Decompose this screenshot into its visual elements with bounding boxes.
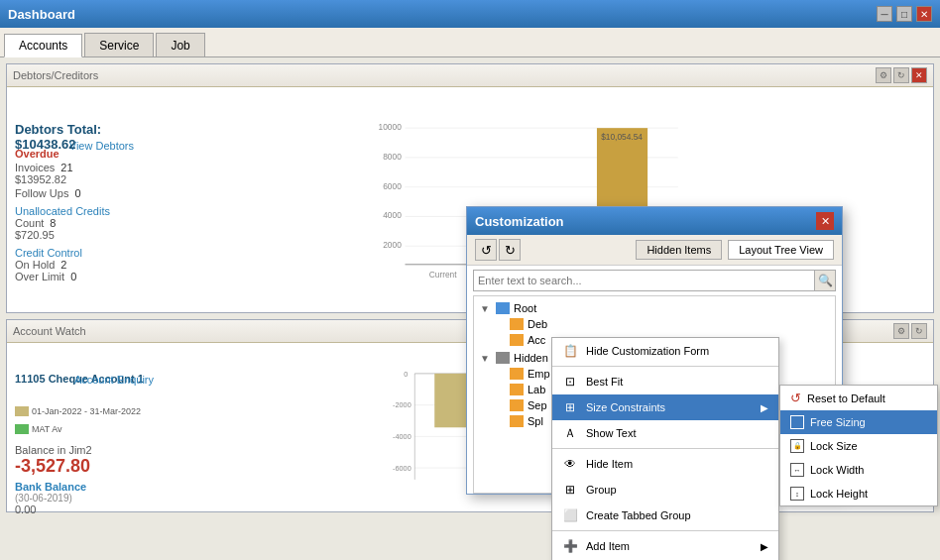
svg-text:-4000: -4000 bbox=[393, 432, 411, 441]
account-enquiry-link[interactable]: Account Enquiry bbox=[74, 374, 154, 386]
debtors-panel-title: Debtors/Creditors bbox=[13, 69, 98, 81]
svg-text:8000: 8000 bbox=[383, 152, 402, 162]
over-limit-label: Over Limit bbox=[15, 271, 64, 282]
tree-label-hidden: Hidden bbox=[514, 352, 548, 364]
tree-item-root[interactable]: ▼ Root bbox=[474, 300, 835, 316]
unallocated-label[interactable]: Unallocated Credits bbox=[15, 205, 134, 217]
submenu-free-sizing[interactable]: Free Sizing bbox=[780, 410, 937, 434]
bank-balance-date: (30-06-2019) bbox=[15, 493, 154, 504]
reset-icon: ↺ bbox=[790, 391, 801, 405]
submenu-lock-size-label: Lock Size bbox=[810, 440, 858, 452]
lock-size-icon: 🔒 bbox=[790, 439, 804, 453]
menu-group-label: Group bbox=[586, 484, 617, 496]
submenu-free-sizing-label: Free Sizing bbox=[810, 416, 866, 428]
account-refresh-icon[interactable]: ↻ bbox=[911, 323, 927, 339]
tree-label-spl: Spl bbox=[528, 415, 543, 427]
svg-text:-2000: -2000 bbox=[393, 400, 411, 409]
tree-label-sep: Sep bbox=[528, 399, 547, 411]
add-item-arrow: ▶ bbox=[761, 541, 768, 552]
legend-mat: MAT Av bbox=[32, 424, 62, 434]
dialog-close-btn[interactable]: ✕ bbox=[816, 212, 834, 230]
svg-text:4000: 4000 bbox=[383, 210, 402, 220]
menu-hide-customization[interactable]: 📋 Hide Customization Form bbox=[552, 338, 778, 364]
tree-item-deb[interactable]: Deb bbox=[488, 316, 835, 332]
redo-btn[interactable]: ↻ bbox=[499, 239, 521, 261]
debtors-refresh-icon[interactable]: ↻ bbox=[893, 67, 909, 83]
tree-label-lab: Lab bbox=[528, 384, 545, 395]
debtors-close-icon[interactable]: ✕ bbox=[911, 67, 927, 83]
account-settings-icon[interactable]: ⚙ bbox=[893, 323, 909, 339]
bank-balance-value: 0.00 bbox=[15, 504, 154, 515]
svg-text:0: 0 bbox=[404, 370, 408, 379]
customization-dialog: Customization ✕ ↺ ↻ Hidden Items Layout … bbox=[466, 206, 843, 495]
submenu-lock-width-label: Lock Width bbox=[810, 464, 864, 476]
count-amount: $720.95 bbox=[15, 229, 134, 241]
close-btn[interactable]: ✕ bbox=[916, 6, 932, 22]
size-icon: ⊞ bbox=[562, 399, 578, 415]
submenu-reset[interactable]: ↺ Reset to Default bbox=[780, 386, 937, 410]
submenu-lock-height[interactable]: ↕ Lock Height bbox=[780, 482, 937, 505]
tree-icon-root bbox=[496, 302, 510, 314]
submenu-reset-label: Reset to Default bbox=[807, 392, 885, 404]
menu-best-fit-label: Best Fit bbox=[586, 376, 623, 388]
legend-date-range: 01-Jan-2022 - 31-Mar-2022 bbox=[32, 406, 141, 416]
svg-text:2000: 2000 bbox=[383, 240, 402, 250]
tree-expand-root: ▼ bbox=[480, 303, 492, 314]
menu-create-tabbed-group-label: Create Tabbed Group bbox=[586, 509, 691, 521]
menu-create-tabbed-group[interactable]: ⬜ Create Tabbed Group bbox=[552, 503, 778, 528]
follow-ups-value: 0 bbox=[74, 187, 80, 199]
tab-hidden-items[interactable]: Hidden Items bbox=[636, 240, 722, 260]
free-icon bbox=[790, 415, 804, 429]
search-button[interactable]: 🔍 bbox=[814, 271, 835, 290]
dialog-toolbar: ↺ ↻ Hidden Items Layout Tree View bbox=[467, 235, 842, 266]
tab-layout-tree-view[interactable]: Layout Tree View bbox=[728, 240, 834, 260]
hide-icon: 👁 bbox=[562, 456, 578, 472]
tree-icon-hidden bbox=[496, 352, 510, 364]
submenu-lock-height-label: Lock Height bbox=[810, 488, 868, 500]
maximize-btn[interactable]: □ bbox=[896, 6, 912, 22]
app-title: Dashboard bbox=[8, 7, 75, 22]
text-icon: Ａ bbox=[562, 425, 578, 441]
over-limit-value: 0 bbox=[70, 271, 76, 282]
menu-group[interactable]: ⊞ Group bbox=[552, 477, 778, 503]
invoices-label: Invoices bbox=[15, 162, 55, 173]
on-hold-value: 2 bbox=[60, 259, 66, 271]
dialog-title: Customization bbox=[475, 214, 564, 229]
menu-show-text-label: Show Text bbox=[586, 427, 637, 439]
menu-add-item-label: Add Item bbox=[586, 540, 630, 552]
minimize-btn[interactable]: ─ bbox=[877, 6, 892, 22]
submenu-lock-width[interactable]: ↔ Lock Width bbox=[780, 458, 937, 482]
title-bar-buttons: ─ □ ✕ bbox=[877, 6, 932, 22]
invoices-amount: $13952.82 bbox=[15, 173, 134, 185]
tree-icon-spl bbox=[510, 415, 524, 427]
follow-ups-label: Follow Ups bbox=[15, 187, 68, 199]
menu-hide-item[interactable]: 👁 Hide Item bbox=[552, 451, 778, 477]
search-input[interactable] bbox=[474, 273, 814, 288]
tree-icon-sep bbox=[510, 399, 524, 411]
title-bar: Dashboard ─ □ ✕ bbox=[0, 0, 940, 28]
debtors-settings-icon[interactable]: ⚙ bbox=[876, 67, 891, 83]
search-box: 🔍 bbox=[473, 270, 836, 291]
size-constraints-arrow: ▶ bbox=[761, 402, 768, 413]
context-menu: 📋 Hide Customization Form ⊡ Best Fit ⊞ S… bbox=[551, 337, 779, 560]
bank-balance-label: Bank Balance bbox=[15, 481, 154, 493]
undo-btn[interactable]: ↺ bbox=[475, 239, 497, 261]
tab-service[interactable]: Service bbox=[84, 33, 154, 56]
menu-best-fit[interactable]: ⊡ Best Fit bbox=[552, 369, 778, 394]
tab-accounts[interactable]: Accounts bbox=[4, 34, 82, 57]
menu-size-constraints[interactable]: ⊞ Size Constraints ▶ bbox=[552, 394, 778, 420]
tree-label-acc: Acc bbox=[528, 334, 545, 346]
submenu-lock-size[interactable]: 🔒 Lock Size bbox=[780, 434, 937, 458]
tree-label-root: Root bbox=[514, 302, 536, 314]
credit-control-label[interactable]: Credit Control bbox=[15, 247, 134, 259]
menu-add-item[interactable]: ➕ Add Item ▶ bbox=[552, 533, 778, 559]
dialog-title-bar: Customization ✕ bbox=[467, 207, 842, 235]
tab-job[interactable]: Job bbox=[156, 33, 204, 56]
submenu: ↺ Reset to Default Free Sizing 🔒 Lock Si… bbox=[779, 385, 938, 506]
main-content: Debtors/Creditors ⚙ ↻ ✕ Debtors Total: $… bbox=[0, 57, 940, 560]
tree-icon-emp bbox=[510, 368, 524, 380]
svg-text:10000: 10000 bbox=[379, 122, 403, 132]
menu-show-text[interactable]: Ａ Show Text bbox=[552, 420, 778, 446]
tree-label-deb: Deb bbox=[528, 318, 547, 330]
invoices-value: 21 bbox=[60, 162, 72, 173]
